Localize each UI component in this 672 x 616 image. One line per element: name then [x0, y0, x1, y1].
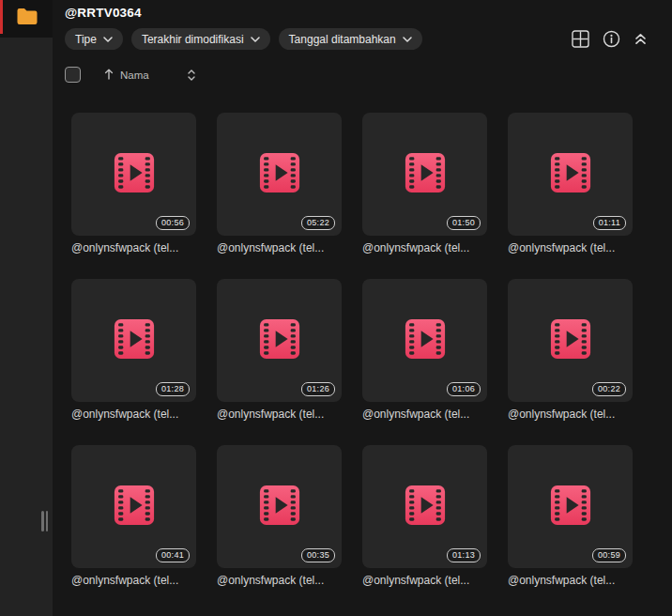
- film-icon: [113, 484, 156, 531]
- film-icon: [113, 151, 156, 198]
- filter-chip-type[interactable]: Tipe: [65, 28, 123, 50]
- video-thumbnail: 00:35: [217, 445, 342, 568]
- file-name: @onlynsfwpack (tel...: [71, 574, 196, 587]
- sort-field-label: Nama: [120, 69, 149, 81]
- file-manager-window: @RRTV0364 Tipe Terakhir dimodifikasi Tan…: [0, 0, 672, 616]
- video-thumbnail: 01:28: [71, 279, 196, 402]
- info-icon[interactable]: [603, 30, 620, 48]
- grid-view-icon[interactable]: [572, 30, 589, 48]
- page-title: @RRTV0364: [65, 6, 672, 20]
- filter-chip-label: Terakhir dimodifikasi: [142, 33, 244, 46]
- file-name: @onlynsfwpack (tel...: [362, 408, 487, 421]
- filter-chip-label: Tanggal ditambahkan: [289, 33, 396, 46]
- duration-badge: 00:41: [156, 548, 190, 562]
- video-thumbnail: 01:11: [508, 113, 633, 236]
- file-name: @onlynsfwpack (tel...: [508, 241, 633, 254]
- file-name: @onlynsfwpack (tel...: [71, 241, 196, 254]
- file-grid: 00:56 @onlynsfwpack (tel...: [71, 113, 672, 587]
- file-name: @onlynsfwpack (tel...: [362, 574, 487, 587]
- chevron-down-icon: [103, 37, 113, 42]
- chevron-down-icon: [403, 37, 412, 42]
- sort-by-control[interactable]: Nama: [104, 69, 149, 82]
- folder-icon: [16, 8, 38, 29]
- arrow-up-icon: [104, 69, 114, 82]
- file-card[interactable]: 00:41 @onlynsfwpack (tel...: [71, 445, 196, 587]
- file-card[interactable]: 01:11 @onlynsfwpack (tel...: [508, 113, 633, 254]
- folder-shortcut-button[interactable]: [14, 8, 38, 28]
- duration-badge: 01:50: [447, 216, 481, 230]
- film-icon: [549, 484, 592, 531]
- file-card[interactable]: 05:22 @onlynsfwpack (tel...: [217, 113, 342, 254]
- duration-badge: 05:22: [301, 216, 335, 230]
- file-name: @onlynsfwpack (tel...: [508, 574, 633, 587]
- film-icon: [113, 317, 156, 364]
- video-thumbnail: 00:56: [71, 113, 196, 236]
- select-all-checkbox[interactable]: [65, 67, 81, 83]
- film-icon: [404, 151, 447, 198]
- file-name: @onlynsfwpack (tel...: [217, 408, 342, 421]
- file-card[interactable]: 01:50 @onlynsfwpack (tel...: [362, 113, 487, 254]
- filter-chips: Tipe Terakhir dimodifikasi Tanggal ditam…: [65, 28, 422, 50]
- film-icon: [258, 484, 301, 531]
- file-name: @onlynsfwpack (tel...: [217, 241, 342, 254]
- toolbar: Tipe Terakhir dimodifikasi Tanggal ditam…: [65, 28, 672, 50]
- updown-chevrons-icon[interactable]: [187, 69, 196, 82]
- duration-badge: 01:28: [156, 382, 190, 396]
- film-icon: [258, 151, 301, 198]
- file-card[interactable]: 00:35 @onlynsfwpack (tel...: [217, 445, 342, 587]
- video-thumbnail: 01:13: [362, 445, 487, 568]
- file-card[interactable]: 00:59 @onlynsfwpack (tel...: [508, 445, 633, 587]
- film-icon: [258, 317, 301, 364]
- sidebar-resize-handle[interactable]: [39, 509, 50, 533]
- chevron-down-icon: [251, 37, 260, 42]
- film-icon: [549, 317, 592, 364]
- film-icon: [549, 151, 592, 198]
- duration-badge: 01:11: [593, 216, 626, 230]
- duration-badge: 00:35: [301, 548, 335, 562]
- duration-badge: 00:56: [156, 216, 190, 230]
- video-thumbnail: 01:50: [362, 113, 487, 236]
- main-content: @RRTV0364 Tipe Terakhir dimodifikasi Tan…: [53, 0, 672, 616]
- toolbar-icons: [572, 30, 648, 48]
- video-thumbnail: 00:41: [71, 445, 196, 568]
- file-card[interactable]: 01:06 @onlynsfwpack (tel...: [362, 279, 487, 421]
- file-name: @onlynsfwpack (tel...: [217, 574, 342, 587]
- duration-badge: 01:06: [447, 382, 481, 396]
- filter-chip-date-added[interactable]: Tanggal ditambahkan: [279, 28, 422, 50]
- file-card[interactable]: 01:26 @onlynsfwpack (tel...: [217, 279, 342, 421]
- film-icon: [404, 317, 447, 364]
- duration-badge: 00:59: [592, 548, 626, 562]
- file-card[interactable]: 01:28 @onlynsfwpack (tel...: [71, 279, 196, 421]
- video-thumbnail: 01:26: [217, 279, 342, 402]
- file-card[interactable]: 01:13 @onlynsfwpack (tel...: [362, 445, 487, 587]
- sidebar-rail: [0, 0, 53, 616]
- filter-chip-last-modified[interactable]: Terakhir dimodifikasi: [131, 28, 270, 50]
- video-thumbnail: 00:59: [508, 445, 633, 568]
- file-card[interactable]: 00:22 @onlynsfwpack (tel...: [508, 279, 633, 421]
- file-name: @onlynsfwpack (tel...: [362, 241, 487, 254]
- duration-badge: 01:26: [301, 382, 335, 396]
- filter-chip-label: Tipe: [75, 33, 97, 46]
- file-name: @onlynsfwpack (tel...: [71, 408, 196, 421]
- list-controls: Nama: [65, 67, 672, 83]
- file-card[interactable]: 00:56 @onlynsfwpack (tel...: [71, 113, 196, 254]
- video-thumbnail: 00:22: [508, 279, 633, 402]
- active-indicator: [0, 0, 3, 34]
- duration-badge: 00:22: [592, 382, 626, 396]
- video-thumbnail: 01:06: [362, 279, 487, 402]
- film-icon: [404, 484, 447, 531]
- rail-active-item: [0, 0, 53, 38]
- duration-badge: 01:13: [447, 548, 481, 562]
- collapse-up-icon[interactable]: [634, 32, 648, 46]
- file-name: @onlynsfwpack (tel...: [508, 408, 633, 421]
- video-thumbnail: 05:22: [217, 113, 342, 236]
